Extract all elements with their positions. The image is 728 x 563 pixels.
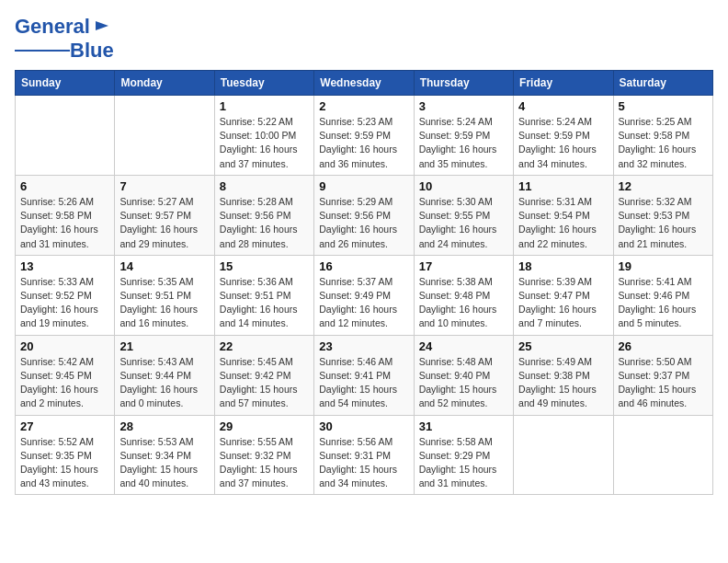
day-info: Sunrise: 5:49 AM Sunset: 9:38 PM Dayligh… (518, 355, 608, 411)
logo-text: General (15, 15, 90, 39)
day-number: 7 (119, 179, 209, 193)
calendar-cell: 28Sunrise: 5:53 AM Sunset: 9:34 PM Dayli… (115, 415, 214, 495)
day-number: 4 (518, 99, 608, 113)
calendar-table: SundayMondayTuesdayWednesdayThursdayFrid… (15, 70, 713, 495)
day-info: Sunrise: 5:24 AM Sunset: 9:59 PM Dayligh… (518, 115, 608, 171)
calendar-cell: 18Sunrise: 5:39 AM Sunset: 9:47 PM Dayli… (514, 255, 613, 335)
day-number: 15 (220, 259, 309, 273)
day-info: Sunrise: 5:27 AM Sunset: 9:57 PM Dayligh… (119, 195, 209, 251)
day-number: 18 (518, 259, 608, 273)
weekday-header-friday: Friday (514, 71, 613, 96)
calendar-cell: 30Sunrise: 5:56 AM Sunset: 9:31 PM Dayli… (314, 415, 414, 495)
day-number: 8 (220, 179, 309, 193)
day-number: 9 (319, 179, 408, 193)
weekday-header-wednesday: Wednesday (314, 71, 414, 96)
weekday-header-tuesday: Tuesday (214, 71, 313, 96)
page-header: General Blue (15, 15, 713, 63)
day-number: 14 (119, 259, 209, 273)
weekday-header-thursday: Thursday (414, 71, 513, 96)
day-number: 16 (319, 259, 408, 273)
calendar-cell: 8Sunrise: 5:28 AM Sunset: 9:56 PM Daylig… (214, 175, 313, 255)
calendar-week-1: 1Sunrise: 5:22 AM Sunset: 10:00 PM Dayli… (16, 96, 713, 176)
day-info: Sunrise: 5:25 AM Sunset: 9:58 PM Dayligh… (619, 115, 708, 171)
calendar-cell: 7Sunrise: 5:27 AM Sunset: 9:57 PM Daylig… (115, 175, 214, 255)
day-info: Sunrise: 5:33 AM Sunset: 9:52 PM Dayligh… (20, 275, 109, 331)
day-info: Sunrise: 5:52 AM Sunset: 9:35 PM Dayligh… (20, 435, 109, 491)
day-number: 20 (20, 339, 109, 353)
logo: General Blue (15, 15, 114, 63)
day-info: Sunrise: 5:38 AM Sunset: 9:48 PM Dayligh… (419, 275, 508, 331)
day-info: Sunrise: 5:35 AM Sunset: 9:51 PM Dayligh… (119, 275, 209, 331)
calendar-cell: 25Sunrise: 5:49 AM Sunset: 9:38 PM Dayli… (514, 335, 613, 415)
day-number: 17 (419, 259, 508, 273)
day-number: 10 (419, 179, 508, 193)
calendar-cell: 22Sunrise: 5:45 AM Sunset: 9:42 PM Dayli… (214, 335, 313, 415)
calendar-cell (514, 415, 613, 495)
weekday-header-saturday: Saturday (613, 71, 712, 96)
day-info: Sunrise: 5:36 AM Sunset: 9:51 PM Dayligh… (220, 275, 309, 331)
day-number: 3 (419, 99, 508, 113)
day-info: Sunrise: 5:26 AM Sunset: 9:58 PM Dayligh… (20, 195, 109, 251)
day-number: 22 (220, 339, 309, 353)
day-number: 11 (518, 179, 608, 193)
day-number: 29 (220, 419, 309, 433)
day-info: Sunrise: 5:37 AM Sunset: 9:49 PM Dayligh… (319, 275, 408, 331)
calendar-cell: 21Sunrise: 5:43 AM Sunset: 9:44 PM Dayli… (115, 335, 214, 415)
day-number: 2 (319, 99, 408, 113)
day-info: Sunrise: 5:31 AM Sunset: 9:54 PM Dayligh… (518, 195, 608, 251)
day-info: Sunrise: 5:50 AM Sunset: 9:37 PM Dayligh… (619, 355, 708, 411)
day-number: 6 (20, 179, 109, 193)
svg-marker-0 (96, 21, 108, 30)
day-info: Sunrise: 5:28 AM Sunset: 9:56 PM Dayligh… (220, 195, 309, 251)
calendar-cell: 26Sunrise: 5:50 AM Sunset: 9:37 PM Dayli… (613, 335, 712, 415)
day-info: Sunrise: 5:22 AM Sunset: 10:00 PM Daylig… (220, 115, 309, 171)
day-number: 30 (319, 419, 408, 433)
calendar-week-4: 20Sunrise: 5:42 AM Sunset: 9:45 PM Dayli… (16, 335, 713, 415)
day-number: 19 (619, 259, 708, 273)
day-info: Sunrise: 5:45 AM Sunset: 9:42 PM Dayligh… (220, 355, 309, 411)
calendar-cell (115, 96, 214, 176)
calendar-cell: 19Sunrise: 5:41 AM Sunset: 9:46 PM Dayli… (613, 255, 712, 335)
day-number: 13 (20, 259, 109, 273)
weekday-header-sunday: Sunday (16, 71, 115, 96)
calendar-cell: 9Sunrise: 5:29 AM Sunset: 9:56 PM Daylig… (314, 175, 414, 255)
calendar-cell: 14Sunrise: 5:35 AM Sunset: 9:51 PM Dayli… (115, 255, 214, 335)
day-number: 27 (20, 419, 109, 433)
calendar-cell: 4Sunrise: 5:24 AM Sunset: 9:59 PM Daylig… (514, 96, 613, 176)
calendar-cell: 11Sunrise: 5:31 AM Sunset: 9:54 PM Dayli… (514, 175, 613, 255)
logo-arrow-icon (94, 17, 110, 38)
day-number: 5 (619, 99, 708, 113)
weekday-header-row: SundayMondayTuesdayWednesdayThursdayFrid… (16, 71, 713, 96)
day-info: Sunrise: 5:23 AM Sunset: 9:59 PM Dayligh… (319, 115, 408, 171)
calendar-week-2: 6Sunrise: 5:26 AM Sunset: 9:58 PM Daylig… (16, 175, 713, 255)
weekday-header-monday: Monday (115, 71, 214, 96)
calendar-week-5: 27Sunrise: 5:52 AM Sunset: 9:35 PM Dayli… (16, 415, 713, 495)
day-info: Sunrise: 5:30 AM Sunset: 9:55 PM Dayligh… (419, 195, 508, 251)
day-number: 25 (518, 339, 608, 353)
day-info: Sunrise: 5:53 AM Sunset: 9:34 PM Dayligh… (119, 435, 209, 491)
day-number: 1 (220, 99, 309, 113)
calendar-cell: 1Sunrise: 5:22 AM Sunset: 10:00 PM Dayli… (214, 96, 313, 176)
calendar-cell: 13Sunrise: 5:33 AM Sunset: 9:52 PM Dayli… (16, 255, 115, 335)
day-number: 28 (119, 419, 209, 433)
calendar-cell: 27Sunrise: 5:52 AM Sunset: 9:35 PM Dayli… (16, 415, 115, 495)
calendar-cell: 31Sunrise: 5:58 AM Sunset: 9:29 PM Dayli… (414, 415, 513, 495)
day-number: 26 (619, 339, 708, 353)
day-info: Sunrise: 5:29 AM Sunset: 9:56 PM Dayligh… (319, 195, 408, 251)
calendar-cell: 17Sunrise: 5:38 AM Sunset: 9:48 PM Dayli… (414, 255, 513, 335)
day-info: Sunrise: 5:39 AM Sunset: 9:47 PM Dayligh… (518, 275, 608, 331)
day-info: Sunrise: 5:48 AM Sunset: 9:40 PM Dayligh… (419, 355, 508, 411)
day-info: Sunrise: 5:43 AM Sunset: 9:44 PM Dayligh… (119, 355, 209, 411)
logo-blue-text: Blue (70, 39, 114, 63)
day-number: 31 (419, 419, 508, 433)
day-info: Sunrise: 5:42 AM Sunset: 9:45 PM Dayligh… (20, 355, 109, 411)
calendar-cell: 2Sunrise: 5:23 AM Sunset: 9:59 PM Daylig… (314, 96, 414, 176)
calendar-cell: 29Sunrise: 5:55 AM Sunset: 9:32 PM Dayli… (214, 415, 313, 495)
calendar-cell: 5Sunrise: 5:25 AM Sunset: 9:58 PM Daylig… (613, 96, 712, 176)
calendar-cell: 24Sunrise: 5:48 AM Sunset: 9:40 PM Dayli… (414, 335, 513, 415)
day-info: Sunrise: 5:24 AM Sunset: 9:59 PM Dayligh… (419, 115, 508, 171)
calendar-cell: 10Sunrise: 5:30 AM Sunset: 9:55 PM Dayli… (414, 175, 513, 255)
day-info: Sunrise: 5:55 AM Sunset: 9:32 PM Dayligh… (220, 435, 309, 491)
day-number: 24 (419, 339, 508, 353)
day-info: Sunrise: 5:41 AM Sunset: 9:46 PM Dayligh… (619, 275, 708, 331)
